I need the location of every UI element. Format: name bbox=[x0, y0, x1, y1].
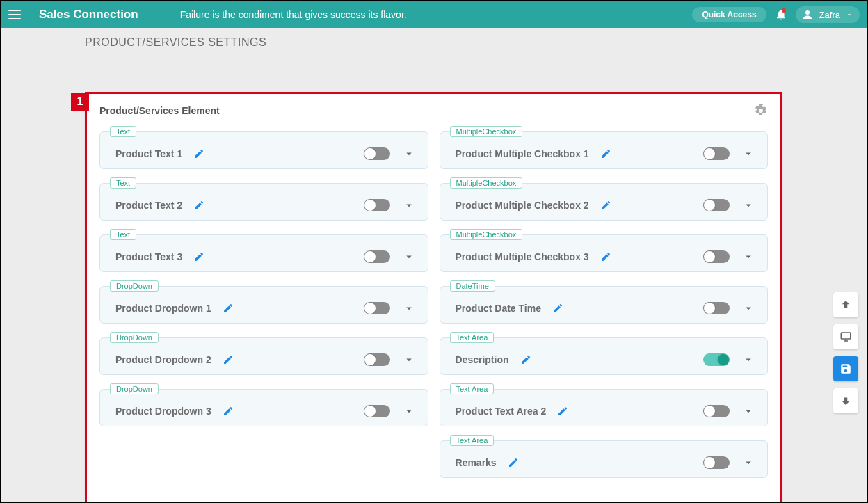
chevron-down-icon[interactable] bbox=[742, 456, 755, 469]
element-card: DropDownProduct Dropdown 2 bbox=[99, 337, 428, 375]
save-button[interactable] bbox=[833, 356, 858, 381]
enable-toggle[interactable] bbox=[364, 199, 390, 211]
menu-icon[interactable] bbox=[8, 6, 25, 23]
move-down-button[interactable] bbox=[833, 388, 858, 413]
chevron-down-icon bbox=[846, 11, 853, 18]
edit-icon[interactable] bbox=[600, 148, 611, 159]
chevron-down-icon[interactable] bbox=[403, 353, 415, 366]
avatar-icon bbox=[801, 8, 814, 21]
chevron-down-icon[interactable] bbox=[403, 199, 415, 211]
edit-icon[interactable] bbox=[520, 354, 531, 365]
enable-toggle[interactable] bbox=[364, 250, 390, 263]
element-card: DropDownProduct Dropdown 3 bbox=[99, 389, 428, 426]
chevron-down-icon[interactable] bbox=[403, 250, 415, 263]
element-card: TextProduct Text 2 bbox=[99, 183, 428, 221]
element-type-chip: DateTime bbox=[450, 280, 495, 292]
callout-badge-1: 1 bbox=[71, 93, 89, 111]
chevron-down-icon[interactable] bbox=[742, 250, 755, 263]
enable-toggle[interactable] bbox=[703, 250, 730, 263]
edit-icon[interactable] bbox=[223, 354, 234, 365]
element-body: Product Date Time bbox=[449, 302, 760, 314]
chevron-down-icon[interactable] bbox=[742, 353, 755, 366]
element-card: TextProduct Text 1 bbox=[99, 131, 428, 169]
chevron-down-icon[interactable] bbox=[403, 405, 415, 417]
element-body: Product Multiple Checkbox 1 bbox=[449, 147, 760, 160]
panel-title: Product/Services Element bbox=[99, 105, 220, 116]
element-body: Product Text 2 bbox=[108, 199, 419, 211]
top-bar: Sales Connection Failure is the condimen… bbox=[1, 1, 867, 28]
enable-toggle[interactable] bbox=[703, 147, 730, 160]
element-actions bbox=[703, 353, 759, 366]
element-label: Product Multiple Checkbox 3 bbox=[449, 251, 589, 262]
element-card: DropDownProduct Dropdown 1 bbox=[99, 286, 428, 324]
notification-dot bbox=[782, 8, 786, 13]
edit-icon[interactable] bbox=[193, 251, 204, 262]
element-actions bbox=[703, 250, 759, 263]
element-actions bbox=[364, 199, 419, 211]
chevron-down-icon[interactable] bbox=[742, 199, 755, 211]
enable-toggle[interactable] bbox=[364, 302, 390, 314]
enable-toggle[interactable] bbox=[703, 302, 730, 314]
element-type-chip: Text bbox=[110, 126, 136, 137]
chevron-down-icon[interactable] bbox=[742, 302, 755, 314]
edit-icon[interactable] bbox=[552, 303, 563, 314]
edit-icon[interactable] bbox=[557, 406, 568, 417]
element-card: MultipleCheckboxProduct Multiple Checkbo… bbox=[440, 234, 769, 272]
enable-toggle[interactable] bbox=[703, 353, 730, 366]
element-actions bbox=[703, 147, 759, 160]
chevron-down-icon[interactable] bbox=[742, 147, 755, 160]
element-actions bbox=[364, 353, 419, 366]
edit-icon[interactable] bbox=[223, 406, 234, 417]
element-type-chip: Text Area bbox=[450, 383, 495, 394]
element-body: Product Text 1 bbox=[108, 147, 419, 160]
page-title: PRODUCT/SERVICES SETTINGS bbox=[1, 36, 867, 49]
element-card: MultipleCheckboxProduct Multiple Checkbo… bbox=[440, 131, 769, 169]
element-actions bbox=[364, 405, 419, 417]
notifications-icon[interactable] bbox=[775, 8, 787, 21]
element-label: Product Text Area 2 bbox=[449, 406, 547, 417]
element-type-chip: Text Area bbox=[450, 332, 495, 343]
element-label: Product Text 1 bbox=[108, 148, 182, 159]
enable-toggle[interactable] bbox=[703, 456, 730, 469]
element-body: Product Text Area 2 bbox=[449, 405, 760, 417]
element-body: Product Multiple Checkbox 2 bbox=[449, 199, 760, 211]
element-label: Product Multiple Checkbox 2 bbox=[449, 200, 589, 211]
element-label: Product Multiple Checkbox 1 bbox=[449, 148, 589, 159]
enable-toggle[interactable] bbox=[703, 405, 730, 417]
element-label: Remarks bbox=[449, 457, 497, 468]
gear-icon[interactable] bbox=[754, 104, 768, 118]
chevron-down-icon[interactable] bbox=[742, 405, 755, 417]
page-body: PRODUCT/SERVICES SETTINGS 1 Product/Serv… bbox=[1, 28, 867, 502]
edit-icon[interactable] bbox=[600, 200, 611, 211]
chevron-down-icon[interactable] bbox=[403, 147, 415, 160]
enable-toggle[interactable] bbox=[364, 353, 390, 366]
element-actions bbox=[703, 405, 759, 417]
element-card: TextProduct Text 3 bbox=[99, 234, 428, 272]
element-body: Product Dropdown 3 bbox=[108, 405, 419, 417]
element-type-chip: DropDown bbox=[110, 332, 159, 343]
desktop-view-button[interactable] bbox=[833, 324, 858, 349]
edit-icon[interactable] bbox=[193, 200, 204, 211]
enable-toggle[interactable] bbox=[364, 147, 390, 160]
enable-toggle[interactable] bbox=[364, 405, 390, 417]
quick-access-button[interactable]: Quick Access bbox=[692, 7, 766, 22]
enable-toggle[interactable] bbox=[703, 199, 730, 211]
edit-icon[interactable] bbox=[600, 251, 611, 262]
move-up-button[interactable] bbox=[833, 292, 858, 317]
element-actions bbox=[703, 199, 759, 211]
element-card: MultipleCheckboxProduct Multiple Checkbo… bbox=[440, 183, 769, 221]
left-column: TextProduct Text 1TextProduct Text 2Text… bbox=[99, 126, 428, 478]
element-card: Text AreaDescription bbox=[440, 337, 769, 375]
edit-icon[interactable] bbox=[193, 148, 204, 159]
element-label: Product Dropdown 2 bbox=[108, 354, 211, 365]
element-actions bbox=[364, 250, 419, 263]
edit-icon[interactable] bbox=[223, 303, 234, 314]
chevron-down-icon[interactable] bbox=[403, 302, 415, 314]
user-menu[interactable]: Zafra bbox=[796, 6, 860, 23]
element-actions bbox=[703, 302, 759, 314]
right-column: MultipleCheckboxProduct Multiple Checkbo… bbox=[440, 126, 769, 478]
svg-point-0 bbox=[805, 10, 810, 15]
element-type-chip: DropDown bbox=[110, 383, 159, 394]
edit-icon[interactable] bbox=[508, 457, 519, 468]
side-actions bbox=[833, 292, 858, 413]
